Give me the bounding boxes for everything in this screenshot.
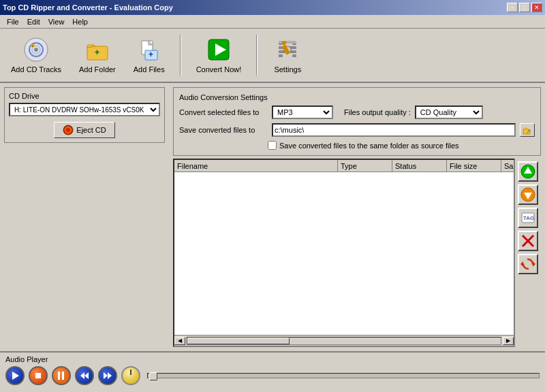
tag-icon: TAG: [520, 210, 535, 225]
cd-drive-title: CD Drive: [9, 92, 160, 100]
add-files-label: Add Files: [134, 65, 165, 74]
add-cd-icon: +: [23, 37, 49, 63]
browse-button[interactable]: ↗: [520, 123, 535, 137]
menu-bar: File Edit View Help: [0, 15, 545, 29]
format-select[interactable]: MP3 WAV OGG WMA FLAC: [272, 105, 333, 119]
save-path-label: Save converted files to: [179, 126, 268, 134]
svg-marker-41: [80, 372, 84, 379]
col-header-filesize[interactable]: File size: [447, 160, 501, 172]
window-title: Top CD Ripper and Converter - Evaluation…: [3, 3, 173, 12]
svg-text:↗: ↗: [526, 129, 531, 135]
move-down-button[interactable]: [518, 184, 538, 205]
same-folder-row: Save converted files to the same folder …: [179, 141, 535, 150]
toolbar-sep-1: [180, 35, 181, 76]
menu-view[interactable]: View: [44, 16, 69, 27]
svg-rect-15: [279, 54, 283, 57]
scroll-thumb[interactable]: [187, 338, 290, 344]
col-header-status[interactable]: Status: [392, 160, 447, 172]
save-path-input[interactable]: [272, 123, 516, 137]
convert-format-label: Convert selected files to: [179, 108, 268, 116]
refresh-button[interactable]: [518, 254, 538, 274]
svg-marker-37: [12, 372, 19, 380]
svg-text:+: +: [31, 44, 34, 48]
quality-select[interactable]: CD Quality High Quality Low Quality: [415, 105, 483, 119]
svg-point-24: [66, 128, 70, 132]
stop-icon: [34, 372, 42, 380]
scroll-right-arrow[interactable]: ▶: [503, 337, 514, 345]
rewind-icon: [80, 372, 89, 380]
audio-player-label: Audio Player: [5, 355, 540, 363]
toolbar-sep-2: [256, 35, 258, 76]
quality-label: Files output quality :: [344, 108, 411, 116]
convert-now-label: Convert Now!: [196, 65, 242, 74]
convert-now-icon: [206, 37, 232, 63]
menu-help[interactable]: Help: [68, 16, 92, 27]
stop-button[interactable]: [29, 366, 48, 385]
move-up-icon: [520, 164, 535, 179]
seek-bar[interactable]: [147, 373, 540, 378]
same-folder-checkbox[interactable]: [268, 141, 277, 150]
svg-marker-42: [84, 372, 89, 379]
add-folder-icon: +: [84, 37, 110, 63]
maximize-button[interactable]: □: [519, 3, 530, 12]
settings-label: Settings: [274, 65, 301, 74]
eject-cd-button[interactable]: Eject CD: [54, 122, 114, 138]
add-folder-label: Add Folder: [79, 65, 116, 74]
add-folder-button[interactable]: + Add Folder: [74, 34, 121, 76]
menu-file[interactable]: File: [3, 16, 23, 27]
scroll-left-arrow[interactable]: ◀: [174, 337, 185, 345]
forward-icon: [103, 372, 112, 380]
rewind-button[interactable]: [75, 366, 94, 385]
cd-drive-select[interactable]: H: LITE-ON DVDRW SOHw-1653S vCS0K: [9, 103, 160, 116]
browse-icon: ↗: [522, 125, 533, 135]
title-bar: Top CD Ripper and Converter - Evaluation…: [0, 0, 545, 15]
action-buttons-panel: TAG: [515, 159, 541, 347]
pause-icon: [57, 371, 65, 380]
play-button[interactable]: [5, 366, 25, 385]
tag-button[interactable]: TAG: [518, 208, 538, 228]
file-list-area: Filename Type Status File size Sample ra: [173, 159, 541, 347]
svg-marker-44: [108, 372, 112, 379]
seek-thumb[interactable]: [149, 372, 157, 380]
delete-icon: [520, 233, 535, 248]
refresh-icon: [520, 257, 535, 272]
svg-rect-38: [35, 373, 41, 378]
forward-button[interactable]: [98, 366, 117, 385]
add-cd-label: Add CD Tracks: [11, 65, 61, 74]
col-header-samplerate[interactable]: Sample rate: [501, 160, 515, 172]
convert-now-button[interactable]: Convert Now!: [191, 34, 247, 76]
add-files-button[interactable]: + Add Files: [128, 34, 170, 76]
left-panel: CD Drive H: LITE-ON DVDRW SOHw-1653S vCS…: [0, 83, 169, 351]
svg-text:TAG: TAG: [523, 215, 534, 221]
close-button[interactable]: ✕: [531, 3, 542, 12]
col-header-filename[interactable]: Filename: [174, 160, 338, 172]
svg-text:+: +: [95, 48, 99, 57]
player-controls: [5, 366, 540, 385]
svg-marker-43: [104, 372, 108, 379]
play-icon: [10, 371, 20, 380]
col-header-type[interactable]: Type: [338, 160, 392, 172]
pause-button[interactable]: [52, 366, 71, 385]
audio-settings-title: Audio Conversion Settings: [179, 93, 535, 101]
minimize-button[interactable]: −: [507, 3, 518, 12]
scroll-track[interactable]: [187, 337, 501, 345]
settings-button[interactable]: Settings: [267, 34, 308, 76]
window-controls: − □ ✕: [507, 3, 542, 12]
svg-rect-39: [58, 372, 60, 380]
svg-rect-19: [279, 41, 296, 44]
same-folder-label: Save converted files to the same folder …: [279, 142, 459, 150]
settings-icon: [275, 37, 300, 63]
menu-edit[interactable]: Edit: [23, 16, 44, 27]
audio-player: Audio Player: [0, 351, 545, 392]
svg-point-2: [34, 48, 38, 52]
eject-icon: [63, 125, 74, 135]
volume-knob[interactable]: [121, 366, 140, 385]
horizontal-scrollbar[interactable]: ◀ ▶: [174, 335, 514, 346]
svg-text:+: +: [149, 50, 153, 59]
svg-marker-35: [533, 261, 535, 267]
file-list-body: [174, 172, 514, 335]
add-cd-button[interactable]: + Add CD Tracks: [5, 34, 67, 76]
delete-button[interactable]: [518, 231, 538, 251]
move-up-button[interactable]: [518, 161, 538, 182]
add-files-icon: +: [136, 37, 162, 63]
